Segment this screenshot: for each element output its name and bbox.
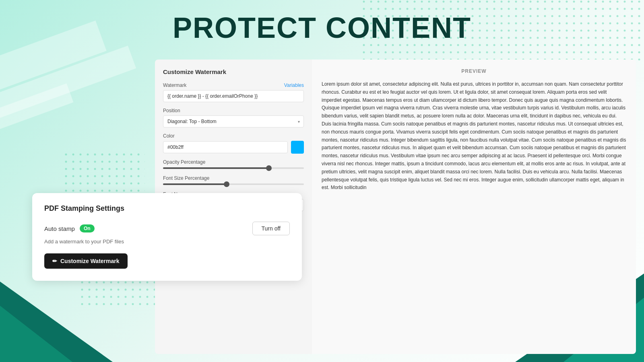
customize-watermark-button[interactable]: ✏ Customize Watermark [44,253,128,269]
triangle-bottom-left2 [0,306,72,362]
watermark-panel-title: Customize Watermark [163,68,304,75]
watermark-label: Watermark Variables [163,82,304,88]
pdf-settings-card: PDF Stamping Settings Auto stamp On Turn… [32,193,302,281]
auto-stamp-row: Auto stamp On Turn off [44,222,290,235]
font-size-slider-fill [163,183,227,185]
position-label: Position [163,108,304,113]
status-badge: On [80,224,95,232]
color-swatch[interactable] [291,141,304,154]
watermark-input[interactable] [163,90,304,102]
customize-button-label: Customize Watermark [60,258,120,264]
opacity-slider-track[interactable] [163,167,304,169]
auto-stamp-left: Auto stamp On [44,224,95,232]
stamp-description: Add a watermark to your PDF files [44,239,290,245]
pen-icon: ✏ [52,258,57,264]
font-size-slider-container [163,183,304,185]
variables-link[interactable]: Variables [284,82,304,88]
preview-panel: PREVIEW Lorem ipsum dolor sit amet, cons… [312,60,636,354]
opacity-slider-container [163,167,304,169]
font-size-slider-track[interactable] [163,183,304,185]
position-select[interactable]: Diagonal: Top - Bottom Horizontal: Top H… [163,115,304,128]
position-select-wrapper: Diagonal: Top - Bottom Horizontal: Top H… [163,115,304,128]
font-size-label: Font Size Percentage [163,175,304,181]
preview-text-content: Lorem ipsum dolor sit amet, consectetur … [322,80,626,192]
color-row [163,141,304,154]
opacity-slider-thumb[interactable] [266,165,272,171]
font-size-slider-thumb[interactable] [224,181,229,187]
opacity-slider-fill [163,167,269,169]
auto-stamp-label: Auto stamp [44,225,75,232]
opacity-label: Opacity Percentage [163,159,304,165]
color-input[interactable] [163,141,288,153]
color-label: Color [163,133,304,139]
page-title: PROTECT CONTENT [0,11,644,44]
preview-title: PREVIEW [322,68,626,74]
turn-off-button[interactable]: Turn off [252,222,290,235]
pdf-card-title: PDF Stamping Settings [44,204,290,213]
